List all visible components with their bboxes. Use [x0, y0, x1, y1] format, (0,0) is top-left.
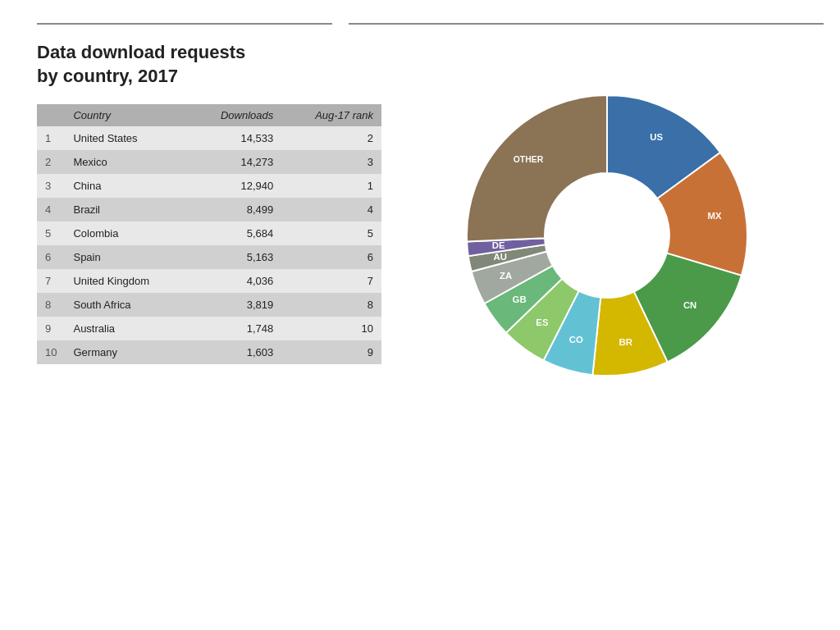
- cell-downloads: 1,748: [189, 317, 281, 340]
- label-us: US: [650, 133, 663, 143]
- cell-country: United Kingdom: [65, 269, 189, 293]
- cell-aug-rank: 7: [281, 269, 381, 293]
- cell-downloads: 12,940: [189, 174, 281, 198]
- data-table: Country Downloads Aug-17 rank 1 United S…: [37, 104, 381, 364]
- table-row: 4 Brazil 8,499 4: [37, 198, 381, 221]
- chart-container: USMXCNBRCOESGBZAAUDEOTHER: [381, 80, 832, 391]
- cell-rank: 4: [37, 198, 65, 221]
- cell-rank: 2: [37, 150, 65, 174]
- cell-country: South Africa: [65, 293, 189, 317]
- cell-aug-rank: 2: [281, 126, 381, 150]
- col-aug-rank: Aug-17 rank: [281, 104, 381, 126]
- table-row: 1 United States 14,533 2: [37, 126, 381, 150]
- label-de: DE: [491, 240, 504, 250]
- cell-aug-rank: 8: [281, 293, 381, 317]
- line-left: [37, 23, 332, 25]
- cell-rank: 7: [37, 269, 65, 293]
- top-decorative-lines: [37, 23, 824, 25]
- cell-aug-rank: 6: [281, 245, 381, 269]
- table-header-row: Country Downloads Aug-17 rank: [37, 104, 381, 126]
- cell-country: Colombia: [65, 221, 189, 245]
- cell-rank: 1: [37, 126, 65, 150]
- table-row: 10 Germany 1,603 9: [37, 340, 381, 364]
- cell-rank: 5: [37, 221, 65, 245]
- main-content: Data download requestsby country, 2017 C…: [37, 41, 832, 622]
- line-right: [349, 23, 824, 25]
- cell-downloads: 5,163: [189, 245, 281, 269]
- cell-country: Australia: [65, 317, 189, 340]
- label-br: BR: [619, 337, 632, 347]
- label-cn: CN: [682, 301, 696, 311]
- cell-country: China: [65, 174, 189, 198]
- label-es: ES: [536, 317, 549, 327]
- label-mx: MX: [707, 212, 721, 221]
- cell-downloads: 1,603: [189, 340, 281, 364]
- cell-aug-rank: 3: [281, 150, 381, 174]
- table-container: Country Downloads Aug-17 rank 1 United S…: [37, 104, 381, 364]
- table-row: 5 Colombia 5,684 5: [37, 221, 381, 245]
- label-za: ZA: [500, 271, 512, 281]
- cell-aug-rank: 1: [281, 174, 381, 198]
- donut-chart: USMXCNBRCOESGBZAAUDEOTHER: [451, 80, 763, 391]
- col-rank: [37, 104, 65, 126]
- table-row: 3 China 12,940 1: [37, 174, 381, 198]
- cell-rank: 6: [37, 245, 65, 269]
- cell-rank: 8: [37, 293, 65, 317]
- cell-rank: 3: [37, 174, 65, 198]
- cell-country: Germany: [65, 340, 189, 364]
- cell-downloads: 4,036: [189, 269, 281, 293]
- cell-country: Mexico: [65, 150, 189, 174]
- cell-downloads: 5,684: [189, 221, 281, 245]
- sidebar: [0, 0, 33, 630]
- table-row: 6 Spain 5,163 6: [37, 245, 381, 269]
- cell-downloads: 14,273: [189, 150, 281, 174]
- table-row: 2 Mexico 14,273 3: [37, 150, 381, 174]
- col-downloads: Downloads: [189, 104, 281, 126]
- cell-downloads: 14,533: [189, 126, 281, 150]
- label-co: CO: [568, 335, 582, 345]
- label-au: AU: [493, 252, 506, 262]
- cell-aug-rank: 9: [281, 340, 381, 364]
- content-row: Country Downloads Aug-17 rank 1 United S…: [37, 104, 832, 391]
- cell-aug-rank: 5: [281, 221, 381, 245]
- table-row: 7 United Kingdom 4,036 7: [37, 269, 381, 293]
- table-row: 8 South Africa 3,819 8: [37, 293, 381, 317]
- cell-rank: 10: [37, 340, 65, 364]
- label-gb: GB: [512, 294, 526, 304]
- table-row: 9 Australia 1,748 10: [37, 317, 381, 340]
- cell-aug-rank: 10: [281, 317, 381, 340]
- cell-rank: 9: [37, 317, 65, 340]
- cell-aug-rank: 4: [281, 198, 381, 221]
- cell-country: Brazil: [65, 198, 189, 221]
- segment-other: [467, 95, 607, 241]
- cell-country: United States: [65, 126, 189, 150]
- label-other: OTHER: [513, 155, 543, 164]
- cell-downloads: 3,819: [189, 293, 281, 317]
- cell-downloads: 8,499: [189, 198, 281, 221]
- cell-country: Spain: [65, 245, 189, 269]
- col-country: Country: [65, 104, 189, 126]
